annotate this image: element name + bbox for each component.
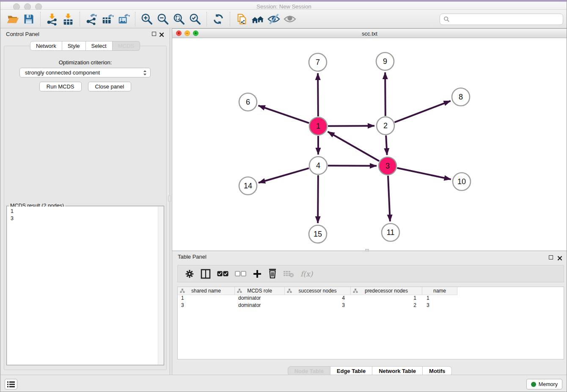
cell-r0-c3[interactable]: 1 [351, 295, 422, 302]
node-label-9: 9 [383, 57, 387, 66]
edge-2-8[interactable] [394, 101, 450, 122]
add-column-icon[interactable] [253, 269, 262, 279]
node-table-body: 1dominator4113dominator323 [178, 295, 564, 309]
export-image-icon[interactable] [116, 12, 131, 26]
column-header-shared-name[interactable]: shared name [178, 287, 235, 295]
criterion-dropdown[interactable]: strongly connected component [19, 68, 151, 77]
edge-3-11[interactable] [388, 176, 390, 221]
node-label-7: 7 [316, 58, 320, 66]
open-session-icon[interactable] [6, 12, 20, 26]
toolbar-separator [135, 12, 135, 26]
cell-r1-c2[interactable]: 3 [285, 302, 351, 309]
run-mcds-button[interactable]: Run MCDS [39, 82, 82, 91]
column-header-successor-nodes[interactable]: successor nodes [285, 287, 351, 295]
delete-column-icon[interactable] [268, 269, 277, 279]
edge-3-10[interactable] [397, 168, 451, 179]
node-label-6: 6 [246, 98, 250, 106]
column-header-predecessor-nodes[interactable]: predecessor nodes [351, 287, 422, 295]
network-file-title: scc.txt [172, 30, 567, 37]
table-row[interactable]: 3dominator323 [178, 302, 564, 309]
delete-table-icon[interactable] [283, 270, 294, 278]
application-window: Session: New Session [0, 0, 567, 392]
show-columns-icon[interactable] [201, 269, 211, 279]
save-session-icon[interactable] [22, 12, 36, 26]
node-label-15: 15 [314, 230, 322, 238]
column-header-label: name [433, 288, 446, 294]
hierarchy-icon [287, 288, 292, 293]
node-label-8: 8 [459, 93, 463, 101]
zoom-selected-icon[interactable] [188, 12, 202, 26]
edge-2-3[interactable] [386, 135, 387, 155]
edge-3-1[interactable] [328, 132, 379, 161]
edge-4-15[interactable] [318, 175, 318, 223]
mcds-result-scrollbar[interactable] [158, 207, 163, 364]
cell-r0-c0[interactable]: 1 [178, 295, 235, 302]
column-header-label: shared name [191, 288, 221, 294]
hierarchy-icon [353, 288, 358, 293]
table-row[interactable]: 1dominator411 [178, 295, 564, 302]
search-input[interactable] [450, 16, 556, 23]
close-panel-button[interactable]: Close panel [88, 82, 132, 91]
export-table-icon[interactable] [100, 12, 115, 26]
close-table-panel-icon[interactable] [557, 255, 562, 260]
tab-style[interactable]: Style [62, 41, 86, 51]
column-header-label: predecessor nodes [365, 288, 408, 294]
close-panel-icon[interactable] [159, 31, 164, 36]
mcds-tab-content: Optimization criterion: strongly connect… [4, 46, 167, 370]
column-header-label: MCDS role [247, 288, 272, 294]
apply-layout-icon[interactable] [211, 12, 226, 26]
tab-mcds[interactable]: MCDS [113, 41, 140, 51]
column-header-name[interactable]: name [422, 287, 457, 295]
edge-1-6[interactable] [259, 105, 309, 123]
task-history-button[interactable] [5, 379, 17, 389]
search-field[interactable] [440, 14, 563, 25]
edge-4-3[interactable] [328, 166, 377, 166]
cell-r1-c0[interactable]: 3 [178, 302, 235, 309]
edge-1-7[interactable] [318, 73, 318, 116]
column-header-MCDS-role[interactable]: MCDS role [235, 287, 285, 295]
edge-1-2[interactable] [328, 126, 374, 126]
zoom-out-icon[interactable] [156, 12, 170, 26]
show-all-icon[interactable] [283, 12, 297, 26]
export-network-icon[interactable] [84, 12, 99, 26]
deselect-all-icon[interactable] [235, 271, 246, 276]
mcds-result-box: MCDS result (2 nodes) 1 3 [6, 206, 164, 365]
mcds-result-text[interactable]: 1 3 [7, 207, 163, 364]
horizontal-splitter-handle[interactable] [365, 249, 369, 251]
cell-r1-c3[interactable]: 2 [351, 302, 422, 309]
hide-selected-icon[interactable] [267, 12, 281, 26]
optimization-criterion-label: Optimization criterion: [4, 59, 166, 66]
table-panel-title: Table Panel [178, 254, 206, 260]
column-header-label: successor nodes [298, 288, 336, 294]
mcds-home-icon[interactable] [250, 12, 265, 26]
tab-select[interactable]: Select [86, 41, 113, 51]
function-builder-icon[interactable]: f(x) [300, 270, 313, 278]
criterion-value: strongly connected component [25, 69, 100, 76]
table-toolbar: f(x) [177, 265, 564, 282]
network-graph[interactable]: 7968124314101511 [172, 38, 567, 251]
edge-2-9[interactable] [385, 72, 385, 116]
table-panel-header: Table Panel [172, 251, 567, 263]
edge-4-14[interactable] [259, 168, 309, 182]
import-table-icon[interactable] [61, 12, 75, 26]
zoom-in-icon[interactable] [140, 12, 154, 26]
tab-network[interactable]: Network [30, 41, 62, 51]
import-network-icon[interactable] [45, 12, 59, 26]
cell-r1-c1[interactable]: dominator [235, 302, 285, 309]
memory-button[interactable]: Memory [526, 379, 562, 389]
status-bar: Memory [0, 375, 567, 392]
cell-r0-c2[interactable]: 4 [285, 295, 351, 302]
table-settings-gear-icon[interactable] [185, 269, 194, 279]
node-label-14: 14 [244, 182, 252, 190]
panel-splitter-handle[interactable] [168, 196, 171, 202]
cell-r0-c1[interactable]: dominator [235, 295, 285, 302]
cell-r0-c4[interactable]: 1 [422, 295, 457, 302]
mcds-buttons-row: Run MCDS Close panel [4, 82, 166, 91]
select-all-icon[interactable] [217, 271, 228, 276]
control-panel-title: Control Panel [6, 31, 39, 37]
float-table-panel-icon[interactable] [549, 255, 553, 259]
float-panel-icon[interactable] [152, 32, 156, 36]
cell-r1-c4[interactable]: 3 [422, 302, 457, 309]
zoom-fit-icon[interactable] [172, 12, 186, 26]
clone-network-icon[interactable] [234, 12, 249, 26]
